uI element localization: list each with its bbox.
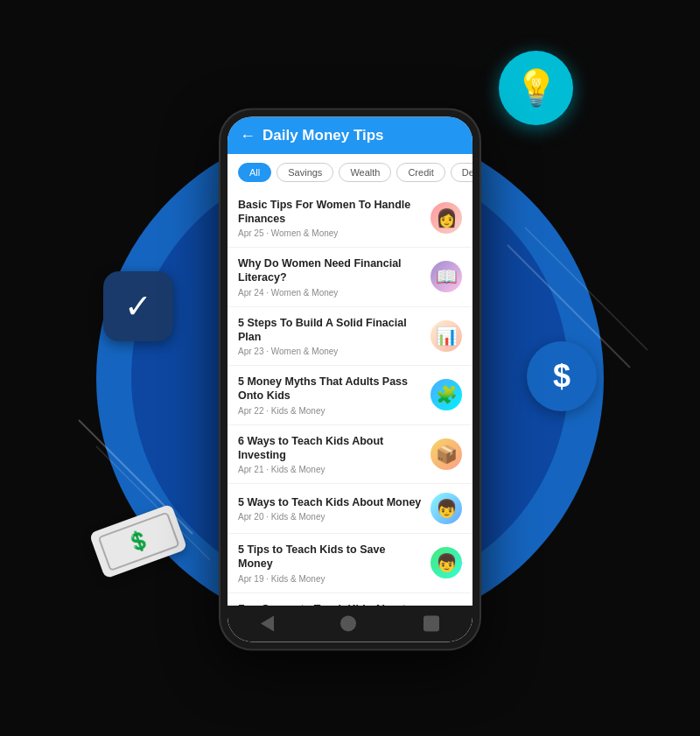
- phone-body: ← Daily Money Tips AllSavingsWealthCredi…: [219, 108, 481, 650]
- nav-back-button[interactable]: [261, 615, 274, 631]
- filter-chip-debt[interactable]: Debt: [451, 163, 472, 182]
- float-dollar-icon: $: [527, 341, 597, 411]
- bulb-symbol: 💡: [514, 67, 558, 109]
- back-button[interactable]: ←: [240, 127, 256, 145]
- dollar-symbol: $: [553, 358, 570, 395]
- nav-menu-button[interactable]: [424, 615, 439, 631]
- article-meta: Apr 25 · Women & Money: [238, 228, 422, 238]
- article-thumbnail: 🧩: [430, 380, 462, 411]
- app-header: ← Daily Money Tips: [228, 116, 472, 154]
- screen-title: Daily Money Tips: [262, 127, 460, 144]
- article-title: Why Do Women Need Financial Literacy?: [238, 256, 422, 285]
- phone-mockup: ← Daily Money Tips AllSavingsWealthCredi…: [219, 108, 481, 650]
- article-title: 5 Tips to Teach Kids to Save Money: [238, 543, 422, 571]
- article-item[interactable]: 5 Steps To Build A Solid Finacial PlanAp…: [228, 307, 472, 367]
- bill-symbol: 💲: [123, 527, 153, 557]
- filter-chip-credit[interactable]: Credit: [396, 163, 444, 182]
- article-title: 6 Ways to Teach Kids About Investing: [238, 434, 422, 463]
- article-thumbnail: 👦: [430, 493, 462, 524]
- article-item[interactable]: 5 Tips to Teach Kids to Save MoneyApr 19…: [228, 534, 472, 593]
- article-item[interactable]: 6 Ways to Teach Kids About InvestingApr …: [228, 425, 472, 485]
- filter-chip-savings[interactable]: Savings: [276, 163, 333, 182]
- article-title: Basic Tips For Women To Handle Finances: [238, 198, 422, 227]
- article-list: Basic Tips For Women To Handle FinancesA…: [228, 189, 472, 605]
- nav-home-button[interactable]: [340, 615, 356, 631]
- article-meta: Apr 20 · Kids & Money: [238, 513, 422, 522]
- article-item[interactable]: 5 Ways to Teach Kids About MoneyApr 20 ·…: [228, 484, 472, 534]
- article-thumbnail: 📊: [430, 320, 462, 352]
- article-item[interactable]: Fun Games to Teach Kids About MoneyApr 1…: [228, 593, 472, 605]
- float-checkmark-icon: ✓: [103, 271, 173, 341]
- article-meta: Apr 19 · Kids & Money: [238, 574, 422, 584]
- phone-nav-bar: [228, 605, 472, 641]
- article-item[interactable]: 5 Money Myths That Adults Pass Onto Kids…: [228, 366, 472, 425]
- article-meta: Apr 23 · Women & Money: [238, 347, 422, 356]
- float-bulb-icon: 💡: [499, 51, 573, 125]
- article-thumbnail: 👦: [430, 548, 462, 579]
- article-thumbnail: 👩: [430, 202, 462, 234]
- article-title: 5 Steps To Build A Solid Finacial Plan: [238, 316, 422, 345]
- article-meta: Apr 22 · Kids & Money: [238, 406, 422, 416]
- article-item[interactable]: Why Do Women Need Financial Literacy?Apr…: [228, 248, 472, 307]
- article-title: 5 Ways to Teach Kids About Money: [238, 495, 422, 509]
- filter-chips-row: AllSavingsWealthCreditDebt: [228, 154, 472, 189]
- article-meta: Apr 21 · Kids & Money: [238, 465, 422, 474]
- article-item[interactable]: Basic Tips For Women To Handle FinancesA…: [228, 189, 472, 249]
- article-thumbnail: 📦: [430, 438, 462, 470]
- article-meta: Apr 24 · Women & Money: [238, 288, 422, 298]
- article-title: 5 Money Myths That Adults Pass Onto Kids: [238, 375, 422, 403]
- float-bill-decoration: 💲: [89, 504, 188, 579]
- article-thumbnail: 📖: [430, 262, 462, 293]
- filter-chip-wealth[interactable]: Wealth: [339, 163, 391, 182]
- filter-chip-all[interactable]: All: [238, 163, 271, 182]
- phone-screen: ← Daily Money Tips AllSavingsWealthCredi…: [228, 116, 472, 641]
- checkmark-symbol: ✓: [124, 287, 152, 326]
